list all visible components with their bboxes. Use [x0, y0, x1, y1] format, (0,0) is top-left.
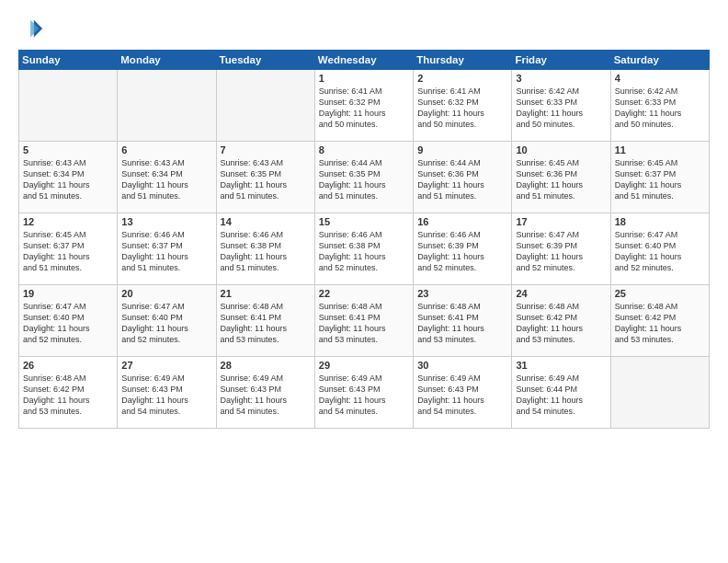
calendar-cell: 17Sunrise: 6:47 AM Sunset: 6:39 PM Dayli… [512, 213, 610, 285]
calendar-cell: 5Sunrise: 6:43 AM Sunset: 6:34 PM Daylig… [19, 142, 118, 213]
day-info: Sunrise: 6:47 AM Sunset: 6:40 PM Dayligh… [615, 229, 705, 274]
day-info: Sunrise: 6:48 AM Sunset: 6:41 PM Dayligh… [221, 301, 311, 346]
day-number: 29 [319, 360, 409, 371]
day-info: Sunrise: 6:48 AM Sunset: 6:42 PM Dayligh… [516, 301, 606, 346]
day-info: Sunrise: 6:48 AM Sunset: 6:41 PM Dayligh… [417, 301, 507, 346]
day-number: 28 [221, 360, 311, 371]
day-info: Sunrise: 6:41 AM Sunset: 6:32 PM Dayligh… [319, 86, 409, 131]
day-number: 2 [417, 73, 507, 84]
day-info: Sunrise: 6:47 AM Sunset: 6:40 PM Dayligh… [23, 301, 113, 346]
day-number: 8 [319, 144, 409, 155]
day-number: 4 [615, 73, 705, 84]
calendar-cell: 23Sunrise: 6:48 AM Sunset: 6:41 PM Dayli… [414, 285, 512, 357]
day-info: Sunrise: 6:46 AM Sunset: 6:38 PM Dayligh… [221, 229, 311, 274]
calendar-cell: 22Sunrise: 6:48 AM Sunset: 6:41 PM Dayli… [314, 285, 413, 357]
calendar-week-row: 5Sunrise: 6:43 AM Sunset: 6:34 PM Daylig… [19, 142, 710, 213]
calendar-cell: 29Sunrise: 6:49 AM Sunset: 6:43 PM Dayli… [314, 357, 413, 429]
day-number: 17 [516, 216, 606, 227]
day-number: 13 [121, 216, 211, 227]
calendar-cell: 25Sunrise: 6:48 AM Sunset: 6:42 PM Dayli… [610, 285, 709, 357]
day-number: 20 [121, 288, 211, 299]
calendar-cell: 24Sunrise: 6:48 AM Sunset: 6:42 PM Dayli… [512, 285, 610, 357]
day-info: Sunrise: 6:49 AM Sunset: 6:43 PM Dayligh… [221, 373, 311, 418]
day-info: Sunrise: 6:49 AM Sunset: 6:43 PM Dayligh… [319, 373, 409, 418]
day-number: 24 [516, 288, 606, 299]
day-info: Sunrise: 6:43 AM Sunset: 6:34 PM Dayligh… [121, 157, 211, 202]
calendar-cell [118, 70, 216, 142]
day-info: Sunrise: 6:45 AM Sunset: 6:37 PM Dayligh… [615, 157, 705, 202]
calendar-week-row: 1Sunrise: 6:41 AM Sunset: 6:32 PM Daylig… [19, 70, 710, 142]
day-info: Sunrise: 6:45 AM Sunset: 6:36 PM Dayligh… [516, 157, 606, 202]
calendar-cell: 2Sunrise: 6:41 AM Sunset: 6:32 PM Daylig… [414, 70, 512, 142]
calendar-cell: 26Sunrise: 6:48 AM Sunset: 6:42 PM Dayli… [19, 357, 118, 429]
day-number: 26 [23, 360, 113, 371]
day-info: Sunrise: 6:46 AM Sunset: 6:38 PM Dayligh… [319, 229, 409, 274]
calendar-cell: 6Sunrise: 6:43 AM Sunset: 6:34 PM Daylig… [118, 142, 216, 213]
day-info: Sunrise: 6:44 AM Sunset: 6:35 PM Dayligh… [319, 157, 409, 202]
header [18, 17, 710, 42]
calendar-cell: 12Sunrise: 6:45 AM Sunset: 6:37 PM Dayli… [19, 213, 118, 285]
day-info: Sunrise: 6:48 AM Sunset: 6:42 PM Dayligh… [23, 373, 113, 418]
day-number: 1 [319, 73, 409, 84]
day-number: 21 [221, 288, 311, 299]
calendar-cell [610, 357, 709, 429]
day-number: 30 [417, 360, 507, 371]
logo [18, 17, 48, 42]
calendar-week-row: 26Sunrise: 6:48 AM Sunset: 6:42 PM Dayli… [19, 357, 710, 429]
calendar-cell [19, 70, 118, 142]
day-info: Sunrise: 6:42 AM Sunset: 6:33 PM Dayligh… [516, 86, 606, 131]
day-number: 9 [417, 144, 507, 155]
day-info: Sunrise: 6:45 AM Sunset: 6:37 PM Dayligh… [23, 229, 113, 274]
weekday-header-row: SundayMondayTuesdayWednesdayThursdayFrid… [19, 51, 710, 70]
day-info: Sunrise: 6:48 AM Sunset: 6:42 PM Dayligh… [615, 301, 705, 346]
weekday-header: Tuesday [216, 51, 314, 70]
day-info: Sunrise: 6:43 AM Sunset: 6:34 PM Dayligh… [23, 157, 113, 202]
weekday-header: Wednesday [314, 51, 413, 70]
calendar-cell: 4Sunrise: 6:42 AM Sunset: 6:33 PM Daylig… [610, 70, 709, 142]
day-number: 27 [121, 360, 211, 371]
weekday-header: Saturday [610, 51, 709, 70]
day-info: Sunrise: 6:42 AM Sunset: 6:33 PM Dayligh… [615, 86, 705, 131]
day-number: 11 [615, 144, 705, 155]
day-info: Sunrise: 6:49 AM Sunset: 6:43 PM Dayligh… [121, 373, 211, 418]
page: SundayMondayTuesdayWednesdayThursdayFrid… [0, 0, 728, 563]
day-number: 10 [516, 144, 606, 155]
calendar-cell: 13Sunrise: 6:46 AM Sunset: 6:37 PM Dayli… [118, 213, 216, 285]
calendar-cell: 28Sunrise: 6:49 AM Sunset: 6:43 PM Dayli… [216, 357, 314, 429]
weekday-header: Thursday [414, 51, 512, 70]
weekday-header: Sunday [19, 51, 118, 70]
calendar-cell: 21Sunrise: 6:48 AM Sunset: 6:41 PM Dayli… [216, 285, 314, 357]
day-number: 18 [615, 216, 705, 227]
calendar-cell: 7Sunrise: 6:43 AM Sunset: 6:35 PM Daylig… [216, 142, 314, 213]
day-number: 16 [417, 216, 507, 227]
weekday-header: Monday [118, 51, 216, 70]
calendar-cell: 15Sunrise: 6:46 AM Sunset: 6:38 PM Dayli… [314, 213, 413, 285]
day-info: Sunrise: 6:48 AM Sunset: 6:41 PM Dayligh… [319, 301, 409, 346]
day-number: 5 [23, 144, 113, 155]
day-info: Sunrise: 6:49 AM Sunset: 6:43 PM Dayligh… [417, 373, 507, 418]
calendar-cell: 11Sunrise: 6:45 AM Sunset: 6:37 PM Dayli… [610, 142, 709, 213]
day-number: 15 [319, 216, 409, 227]
calendar-cell [216, 70, 314, 142]
day-info: Sunrise: 6:43 AM Sunset: 6:35 PM Dayligh… [221, 157, 311, 202]
calendar: SundayMondayTuesdayWednesdayThursdayFrid… [18, 50, 710, 429]
calendar-cell: 9Sunrise: 6:44 AM Sunset: 6:36 PM Daylig… [414, 142, 512, 213]
day-number: 31 [516, 360, 606, 371]
day-info: Sunrise: 6:41 AM Sunset: 6:32 PM Dayligh… [417, 86, 507, 131]
calendar-cell: 19Sunrise: 6:47 AM Sunset: 6:40 PM Dayli… [19, 285, 118, 357]
day-info: Sunrise: 6:46 AM Sunset: 6:37 PM Dayligh… [121, 229, 211, 274]
calendar-cell: 20Sunrise: 6:47 AM Sunset: 6:40 PM Dayli… [118, 285, 216, 357]
calendar-week-row: 12Sunrise: 6:45 AM Sunset: 6:37 PM Dayli… [19, 213, 710, 285]
day-info: Sunrise: 6:46 AM Sunset: 6:39 PM Dayligh… [417, 229, 507, 274]
day-info: Sunrise: 6:47 AM Sunset: 6:39 PM Dayligh… [516, 229, 606, 274]
day-info: Sunrise: 6:49 AM Sunset: 6:44 PM Dayligh… [516, 373, 606, 418]
calendar-cell: 27Sunrise: 6:49 AM Sunset: 6:43 PM Dayli… [118, 357, 216, 429]
logo-icon [18, 17, 44, 42]
calendar-cell: 3Sunrise: 6:42 AM Sunset: 6:33 PM Daylig… [512, 70, 610, 142]
calendar-cell: 18Sunrise: 6:47 AM Sunset: 6:40 PM Dayli… [610, 213, 709, 285]
day-number: 25 [615, 288, 705, 299]
calendar-cell: 16Sunrise: 6:46 AM Sunset: 6:39 PM Dayli… [414, 213, 512, 285]
day-number: 19 [23, 288, 113, 299]
day-number: 23 [417, 288, 507, 299]
day-number: 14 [221, 216, 311, 227]
